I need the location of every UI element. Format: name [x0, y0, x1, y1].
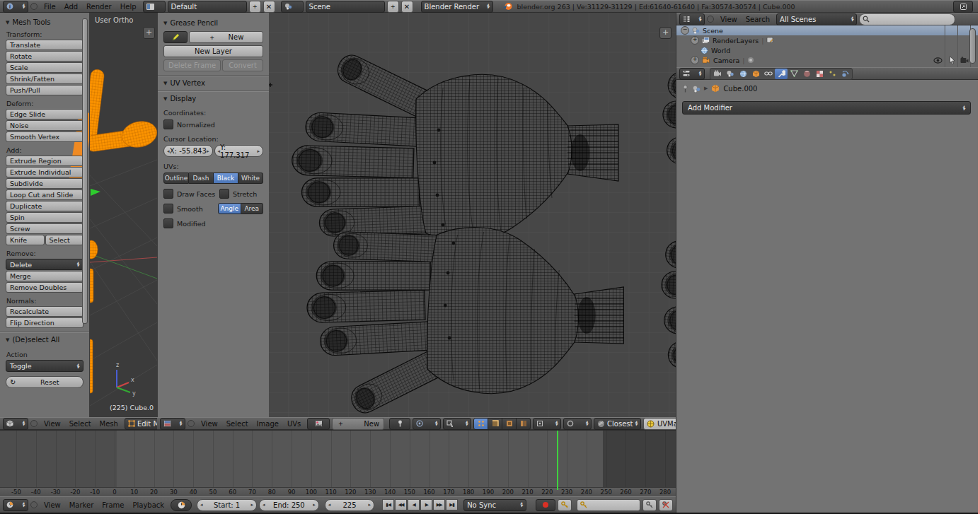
timeline[interactable]: -50-40-30-20-100102030405060708090100110…	[0, 430, 676, 496]
tool-button-recalculate[interactable]: Recalculate	[6, 306, 83, 317]
uv-edge-mode-dash[interactable]: Dash	[189, 173, 214, 184]
smooth-checkbox[interactable]	[163, 204, 173, 214]
topbar-menu-file[interactable]: File	[40, 3, 60, 11]
tool-button-knife[interactable]: Knife	[6, 235, 45, 245]
tool-button-push-pull[interactable]: Push/Pull	[6, 85, 83, 95]
delete-scene-button[interactable]: ✕	[401, 1, 413, 13]
previous-keyframe-button[interactable]: ◀◀	[395, 499, 407, 510]
uv-edge-mode-outline[interactable]: Outline	[163, 173, 189, 184]
scene-field[interactable]: Scene	[306, 1, 385, 13]
render-engine-select[interactable]: Blender Render▲▼	[421, 1, 493, 13]
decrement-arrow-icon[interactable]: ◂	[328, 502, 331, 508]
tab-particles[interactable]	[826, 69, 838, 79]
select-mode-island-button[interactable]	[517, 418, 531, 430]
uv-editor-canvas[interactable]: +	[269, 13, 676, 417]
editor-type-info-button[interactable]: i ▲▼	[3, 1, 28, 13]
current-frame-indicator[interactable]	[557, 431, 558, 490]
tool-button-rotate[interactable]: Rotate	[6, 51, 83, 62]
delete-frame-button[interactable]: Delete Frame	[163, 59, 221, 71]
outliner-item-camera[interactable]: + Camera |	[676, 55, 978, 65]
uv-edge-mode-white[interactable]: White	[238, 173, 263, 184]
select-mode-edge-button[interactable]	[488, 418, 502, 430]
outliner-item-renderlayers[interactable]: + RenderLayers |	[676, 35, 978, 45]
draw-faces-checkbox[interactable]	[163, 189, 173, 199]
tool-button-remove-doubles[interactable]: Remove Doubles	[6, 282, 83, 293]
uv-menu-view[interactable]: View	[197, 420, 222, 428]
editor-type-outliner-button[interactable]: ▲▼	[679, 13, 705, 25]
hide-toggle[interactable]	[933, 57, 942, 64]
timeline-menu-frame[interactable]: Frame	[98, 501, 128, 509]
uv-menu-select[interactable]: Select	[222, 420, 253, 428]
deselect-all-panel-header[interactable]: ▼ (De)select All	[6, 336, 83, 344]
add-modifier-select[interactable]: Add Modifier ▲▼	[682, 101, 971, 115]
cursor-x-field[interactable]: ◂ X: -55.843 ▸	[163, 145, 213, 157]
tab-physics[interactable]	[838, 69, 851, 79]
expand-icon[interactable]: +	[691, 56, 699, 64]
jump-to-start-button[interactable]: ▮◀	[382, 499, 394, 510]
scene-browse-button[interactable]	[281, 1, 304, 13]
tool-button-screw[interactable]: Screw	[6, 223, 83, 234]
outliner-scope-select[interactable]: All Scenes▲▼	[776, 13, 857, 25]
topbar-menu-help[interactable]: Help	[116, 3, 141, 11]
timeline-ruler[interactable]: -50-40-30-20-100102030405060708090100110…	[0, 487, 676, 496]
tool-button-shrink-fatten[interactable]: Shrink/Fatten	[6, 74, 83, 84]
uv-vertex-panel-header[interactable]: ▼ UV Vertex	[163, 79, 263, 87]
timeline-track[interactable]	[0, 431, 676, 487]
sync-mode-select[interactable]: No Sync▲▼	[463, 499, 526, 511]
current-frame-field[interactable]: ◂ 225 ▸	[325, 499, 374, 511]
normalized-checkbox[interactable]	[163, 119, 173, 129]
editor-type-properties-button[interactable]: ▲▼	[679, 68, 705, 80]
uv-menu-image[interactable]: Image	[253, 420, 283, 428]
expand-icon[interactable]: +	[691, 36, 699, 45]
insert-keyframe-button[interactable]	[642, 499, 657, 511]
tab-world[interactable]	[737, 69, 749, 79]
outliner-menu-search[interactable]: Search	[742, 16, 774, 23]
mesh-tools-panel-header[interactable]: ▼ Mesh Tools	[6, 18, 83, 26]
manipulator-arrow-icon[interactable]	[91, 189, 100, 196]
pin-image-button[interactable]	[389, 418, 410, 430]
tool-button-translate[interactable]: Translate	[6, 40, 83, 50]
collapse-icon[interactable]: −	[681, 26, 689, 35]
tool-button-extrude-individual[interactable]: Extrude Individual	[6, 167, 83, 177]
tool-button-noise[interactable]: Noise	[6, 120, 83, 131]
timeline-menu-marker[interactable]: Marker	[65, 501, 98, 509]
tool-button-loop-cut-and-slide[interactable]: Loop Cut and Slide	[6, 189, 83, 200]
window-duplicate-button[interactable]	[953, 1, 973, 13]
tool-button-smooth-vertex[interactable]: Smooth Vertex	[6, 132, 83, 142]
preview-range-button[interactable]	[171, 499, 192, 511]
outliner-item-scene[interactable]: − Scene	[676, 25, 978, 35]
stretch-checkbox[interactable]	[219, 189, 229, 199]
tool-button-edge-slide[interactable]: Edge Slide	[6, 109, 83, 119]
timeline-menu-view[interactable]: View	[40, 501, 65, 509]
snap-target-select[interactable]: Closest ▲▼	[594, 418, 641, 430]
viewport-menu-view[interactable]: View	[40, 420, 65, 428]
autokey-mode-button[interactable]	[558, 499, 572, 511]
jump-to-end-button[interactable]: ▶▮	[446, 499, 458, 510]
select-mode-vertex-button[interactable]	[473, 418, 488, 430]
tab-constraints[interactable]	[762, 69, 775, 79]
decrement-arrow-icon[interactable]: ◂	[200, 502, 203, 508]
convert-button[interactable]: Convert	[222, 59, 263, 71]
increment-arrow-icon[interactable]: ▸	[257, 148, 260, 154]
scene-icon[interactable]	[692, 85, 701, 93]
increment-arrow-icon[interactable]: ▸	[207, 148, 209, 154]
tool-menu-delete[interactable]: Delete▲▼	[6, 259, 83, 270]
tab-render[interactable]	[711, 69, 724, 79]
grease-pencil-draw-button[interactable]	[163, 31, 188, 43]
stretch-mode-angle[interactable]: Angle	[218, 203, 241, 214]
mesh-cube-icon[interactable]	[711, 84, 720, 93]
outliner-search-field[interactable]	[859, 13, 955, 25]
viewport-menu-select[interactable]: Select	[65, 420, 96, 428]
proportional-edit-select[interactable]: ▲▼	[413, 418, 441, 430]
sticky-selection-select[interactable]: ▲▼	[443, 418, 471, 430]
select-mode-face-button[interactable]	[502, 418, 517, 430]
increment-arrow-icon[interactable]: ▸	[250, 502, 253, 508]
tool-button-spin[interactable]: Spin	[6, 212, 83, 223]
timeline-menu-playback[interactable]: Playback	[128, 501, 168, 509]
tool-button-select[interactable]: Select	[45, 235, 84, 245]
uv-menu-uvs[interactable]: UVs	[283, 420, 305, 428]
viewport-3d[interactable]: z x y User Ortho + (225) Cube.0	[90, 13, 157, 417]
play-button[interactable]: ▶	[420, 499, 432, 510]
increment-arrow-icon[interactable]: ▸	[313, 502, 316, 508]
outliner-item-world[interactable]: World	[676, 45, 978, 55]
